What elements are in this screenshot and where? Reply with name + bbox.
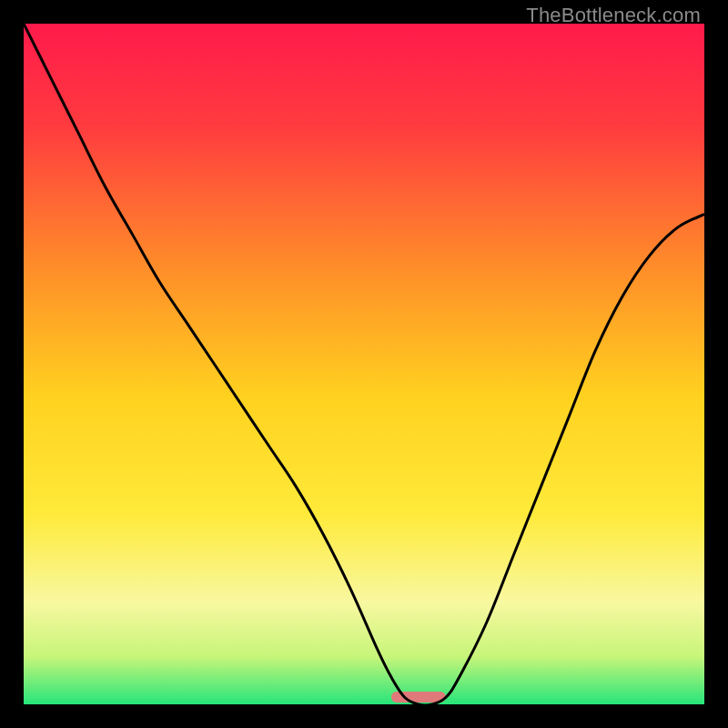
bottleneck-chart [24,24,704,704]
gradient-background [24,24,704,704]
chart-frame [24,24,704,704]
optimal-range-marker [391,692,446,703]
